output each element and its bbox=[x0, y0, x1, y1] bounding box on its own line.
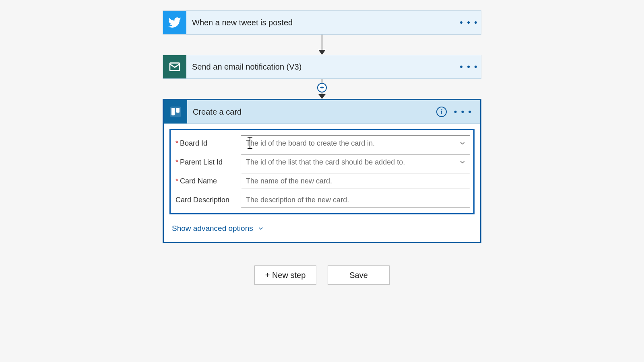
step-twitter-menu[interactable]: • • • bbox=[457, 11, 481, 34]
svg-rect-3 bbox=[176, 108, 180, 113]
info-icon[interactable]: i bbox=[436, 107, 447, 117]
step-trello-title: Create a card bbox=[187, 100, 436, 123]
field-input-wrap-parent-list-id bbox=[241, 154, 470, 170]
step-trello-menu[interactable]: • • • bbox=[454, 107, 472, 117]
fields-box: *Board Id *Parent List Id bbox=[169, 129, 475, 214]
parent-list-id-input[interactable] bbox=[241, 154, 470, 170]
step-email-title: Send an email notification (V3) bbox=[186, 55, 457, 78]
field-input-wrap-card-description bbox=[241, 192, 470, 208]
email-icon bbox=[163, 55, 186, 78]
arrow-down-icon bbox=[318, 50, 326, 55]
card-name-input[interactable] bbox=[241, 173, 470, 189]
connector-line bbox=[322, 35, 322, 51]
add-step-button[interactable]: + bbox=[317, 83, 327, 93]
field-label-card-description: Card Description bbox=[174, 196, 241, 204]
board-id-input[interactable] bbox=[241, 135, 470, 151]
required-mark: * bbox=[175, 139, 178, 147]
step-email-menu[interactable]: • • • bbox=[457, 55, 481, 78]
twitter-icon bbox=[163, 11, 186, 34]
required-mark: * bbox=[175, 158, 178, 166]
field-label-board-id: *Board Id bbox=[174, 139, 241, 148]
step-trello-create-card: Create a card i • • • *Board Id bbox=[163, 99, 481, 243]
connector-1 bbox=[163, 35, 481, 55]
svg-rect-2 bbox=[171, 108, 175, 115]
field-label-parent-list-id: *Parent List Id bbox=[174, 158, 241, 167]
step-email-action[interactable]: Send an email notification (V3) • • • bbox=[163, 55, 481, 79]
arrow-down-icon bbox=[318, 94, 326, 99]
step-trello-header-icons: i • • • bbox=[436, 100, 480, 123]
field-label-card-name: *Card Name bbox=[174, 177, 241, 185]
flow-canvas: When a new tweet is posted • • • Send an… bbox=[0, 0, 644, 285]
advanced-options-row: Show advanced options bbox=[164, 218, 480, 242]
step-twitter-trigger[interactable]: When a new tweet is posted • • • bbox=[163, 10, 481, 35]
required-mark: * bbox=[175, 177, 178, 185]
field-row-parent-list-id: *Parent List Id bbox=[174, 154, 470, 170]
field-row-board-id: *Board Id bbox=[174, 135, 470, 151]
field-input-wrap-card-name bbox=[241, 173, 470, 189]
card-description-input[interactable] bbox=[241, 192, 470, 208]
show-advanced-options-link[interactable]: Show advanced options bbox=[172, 224, 264, 233]
save-button[interactable]: Save bbox=[328, 265, 390, 285]
text-cursor-icon bbox=[250, 138, 250, 148]
new-step-button[interactable]: + New step bbox=[254, 265, 316, 285]
advanced-options-label: Show advanced options bbox=[172, 224, 253, 233]
step-twitter-title: When a new tweet is posted bbox=[186, 11, 457, 34]
trello-icon bbox=[164, 100, 187, 123]
field-row-card-description: Card Description bbox=[174, 192, 470, 208]
footer-buttons: + New step Save bbox=[254, 265, 390, 285]
connector-2: + bbox=[163, 79, 481, 99]
chevron-down-icon bbox=[257, 225, 264, 232]
form-area: *Board Id *Parent List Id bbox=[164, 124, 480, 218]
field-input-wrap-board-id bbox=[241, 135, 470, 151]
field-row-card-name: *Card Name bbox=[174, 173, 470, 189]
step-trello-header[interactable]: Create a card i • • • bbox=[164, 100, 480, 124]
